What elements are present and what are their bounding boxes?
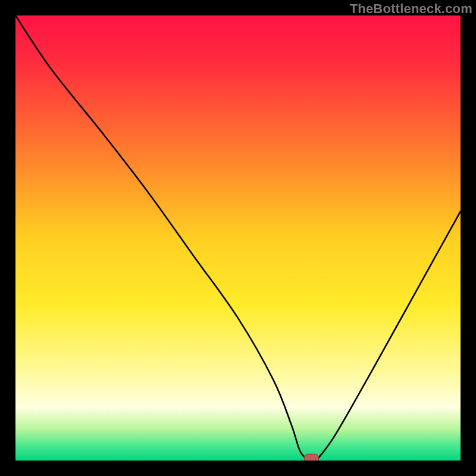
plot-area <box>15 15 461 461</box>
bottleneck-chart <box>15 15 461 461</box>
watermark-text: TheBottleneck.com <box>350 1 472 17</box>
gradient-background <box>15 15 461 461</box>
optimal-marker <box>304 454 318 461</box>
chart-frame: TheBottleneck.com <box>0 0 476 476</box>
